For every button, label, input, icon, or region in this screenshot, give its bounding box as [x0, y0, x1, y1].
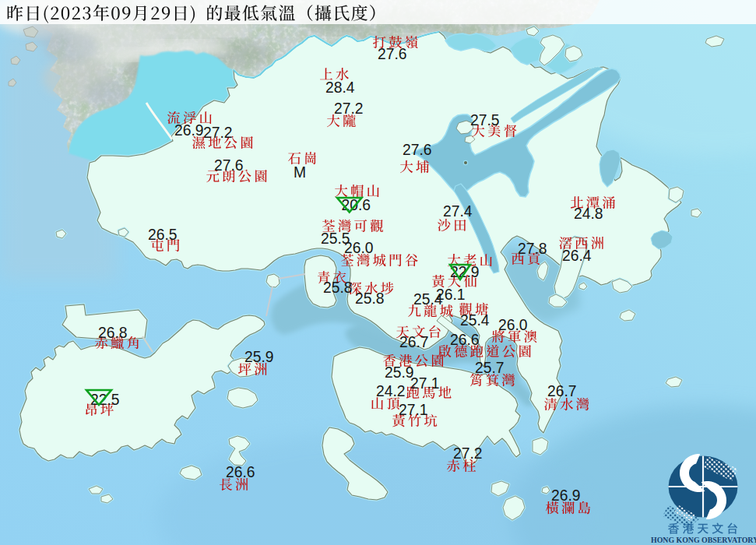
svg-text:27.1: 27.1	[410, 375, 440, 392]
svg-text:M: M	[294, 164, 306, 181]
svg-text:27.2: 27.2	[203, 125, 233, 141]
svg-text:26.4: 26.4	[562, 248, 592, 264]
svg-text:27.5: 27.5	[470, 112, 500, 128]
svg-text:27.8: 27.8	[518, 241, 547, 257]
svg-text:25.9: 25.9	[244, 349, 274, 365]
svg-text:27.2: 27.2	[334, 100, 364, 117]
svg-text:27.1: 27.1	[399, 402, 428, 418]
svg-text:27.2: 27.2	[453, 445, 483, 462]
svg-text:HONG KONG OBSERVATORY: HONG KONG OBSERVATORY	[651, 536, 756, 544]
svg-text:27.4: 27.4	[443, 203, 473, 220]
svg-text:26.7: 26.7	[547, 383, 577, 399]
svg-text:26.0: 26.0	[498, 317, 528, 333]
svg-text:26.6: 26.6	[450, 332, 480, 348]
svg-text:24.8: 24.8	[574, 206, 603, 222]
svg-text:25.4: 25.4	[413, 291, 443, 308]
svg-text:25.8: 25.8	[323, 280, 353, 296]
svg-text:28.4: 28.4	[325, 79, 355, 96]
svg-text:25.4: 25.4	[460, 312, 490, 329]
svg-text:26.6: 26.6	[226, 464, 255, 480]
svg-text:27.6: 27.6	[214, 157, 244, 174]
svg-text:25.7: 25.7	[475, 360, 505, 376]
svg-text:27.6: 27.6	[403, 142, 432, 158]
svg-text:26.5: 26.5	[148, 227, 178, 243]
svg-text:26.9: 26.9	[174, 122, 204, 139]
svg-text:27.6: 27.6	[378, 46, 407, 62]
svg-text:26.8: 26.8	[98, 325, 128, 341]
svg-text:25.8: 25.8	[355, 290, 385, 307]
svg-text:26.7: 26.7	[399, 334, 429, 350]
svg-text:26.0: 26.0	[344, 240, 374, 256]
svg-text:26.9: 26.9	[551, 487, 581, 504]
svg-text:25.9: 25.9	[385, 364, 414, 381]
svg-text:24.2: 24.2	[376, 383, 406, 399]
